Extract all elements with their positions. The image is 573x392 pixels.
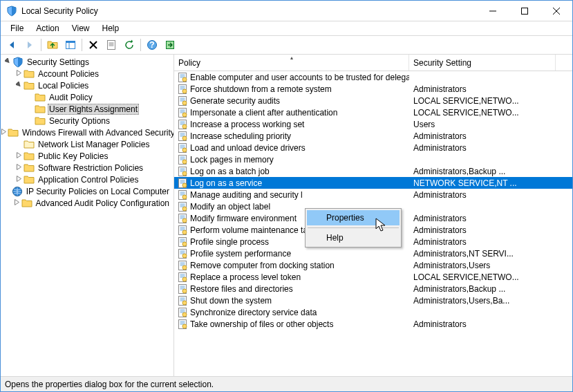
tree-item[interactable]: Software Restriction Policies [1, 162, 173, 174]
policy-row[interactable]: Log on as a serviceNETWORK SERVICE,NT ..… [174, 177, 572, 189]
policy-setting: LOCAL SERVICE,NETWO... [409, 108, 556, 118]
menu-view[interactable]: View [66, 22, 95, 35]
policy-icon [177, 236, 188, 248]
expand-icon[interactable] [15, 152, 23, 160]
delete-button[interactable] [85, 37, 102, 53]
tree-item[interactable]: Account Policies [1, 68, 173, 80]
tree-item[interactable]: Local Policies [1, 80, 173, 91]
statusbar: Opens the properties dialog box for the … [1, 376, 572, 391]
back-button[interactable] [3, 37, 20, 53]
policy-setting: Users [409, 120, 556, 129]
tree-item-label: Application Control Policies [37, 175, 140, 185]
tree-item[interactable]: Application Control Policies [1, 174, 173, 185]
toolbar-separator [82, 39, 82, 51]
tree-item[interactable]: Network List Manager Policies [1, 138, 173, 150]
expand-icon[interactable] [15, 70, 23, 77]
folder-icon [24, 162, 35, 174]
policy-row[interactable]: Replace a process level tokenLOCAL SERVI… [174, 271, 572, 283]
column-header-label: Security Setting [413, 58, 471, 68]
tree-item-label: Security Options [48, 116, 111, 126]
folder-icon [24, 174, 35, 185]
expand-icon[interactable] [13, 199, 21, 207]
help-button[interactable]: ? [144, 37, 160, 53]
folder-icon [35, 115, 46, 127]
menu-action[interactable]: Action [30, 22, 64, 35]
sort-indicator-icon: ▴ [290, 55, 293, 61]
forward-button[interactable] [21, 37, 38, 53]
tree-item[interactable]: Advanced Audit Policy Configuration [1, 197, 173, 209]
svg-rect-15 [108, 41, 115, 50]
policy-row[interactable]: Profile system performanceAdministrators… [174, 248, 572, 259]
up-button[interactable] [44, 37, 61, 53]
context-menu-item-properties[interactable]: Properties [307, 210, 400, 225]
expand-icon[interactable] [1, 129, 7, 136]
tree-item[interactable]: Security Options [1, 115, 173, 127]
maximize-button[interactable] [509, 1, 541, 21]
policy-row[interactable]: Synchronize directory service data [174, 306, 572, 318]
expand-icon[interactable] [15, 176, 23, 183]
policy-row[interactable]: Increase scheduling priorityAdministrato… [174, 130, 572, 142]
context-menu-item-help[interactable]: Help [307, 230, 400, 245]
policy-row[interactable]: Manage auditing and security lAdministra… [174, 189, 572, 200]
minimize-button[interactable] [477, 1, 509, 21]
collapse-icon[interactable] [3, 58, 12, 66]
policy-name: Increase scheduling priority [190, 131, 291, 141]
policy-setting: NETWORK SERVICE,NT ... [409, 178, 556, 188]
tree-item[interactable]: Audit Policy [1, 91, 173, 103]
policy-row[interactable]: Generate security auditsLOCAL SERVICE,NE… [174, 95, 572, 106]
column-header-label: Policy [178, 58, 200, 68]
policy-icon [177, 131, 188, 142]
column-header-policy[interactable]: ▴ Policy [174, 55, 409, 71]
tree-item-label: Account Policies [37, 69, 100, 79]
refresh-button[interactable] [121, 37, 138, 53]
close-button[interactable] [541, 1, 572, 21]
policy-row[interactable]: Shut down the systemAdministrators,Users… [174, 295, 572, 306]
menu-help[interactable]: Help [97, 22, 125, 35]
policy-row[interactable]: Take ownership of files or other objects… [174, 318, 572, 330]
titlebar: Local Security Policy [1, 1, 572, 21]
folder-icon [24, 80, 35, 91]
tree-pane[interactable]: Security SettingsAccount PoliciesLocal P… [1, 55, 174, 376]
export-button[interactable] [162, 37, 178, 53]
tree-item-label: Security Settings [26, 57, 91, 67]
policy-row[interactable]: Log on as a batch jobAdministrators,Back… [174, 165, 572, 177]
policy-row[interactable]: Increase a process working setUsers [174, 118, 572, 130]
policy-setting: Administrators,Users,Ba... [409, 296, 556, 306]
tree-item[interactable]: IP Security Policies on Local Computer [1, 185, 173, 197]
policy-name: Profile system performance [190, 249, 291, 259]
collapse-icon[interactable] [15, 82, 23, 89]
tree-item[interactable]: Security Settings [1, 56, 173, 68]
policy-icon [177, 307, 188, 318]
policy-row[interactable]: Restore files and directoriesAdministrat… [174, 283, 572, 295]
policy-icon [177, 189, 188, 200]
policy-name: Load and unload device drivers [190, 143, 306, 153]
policy-row[interactable]: Impersonate a client after authenticatio… [174, 106, 572, 118]
policy-icon [177, 119, 188, 130]
tree-item[interactable]: Windows Firewall with Advanced Security [1, 127, 173, 138]
policy-name: Replace a process level token [190, 272, 301, 282]
policy-icon [177, 142, 188, 153]
policy-setting: Administrators [409, 131, 556, 141]
policy-name: Enable computer and user accounts to be … [190, 73, 409, 82]
policy-icon [177, 319, 188, 330]
tree-item[interactable]: User Rights Assignment [1, 103, 173, 115]
show-hide-tree-button[interactable] [62, 37, 79, 53]
tree-item[interactable]: Public Key Policies [1, 150, 173, 162]
expand-icon[interactable] [15, 164, 23, 171]
list-header: ▴ Policy Security Setting [174, 55, 572, 71]
policy-row[interactable]: Remove computer from docking stationAdmi… [174, 259, 572, 271]
tree-item-label: Network List Manager Policies [37, 140, 151, 149]
policy-row[interactable]: Enable computer and user accounts to be … [174, 71, 572, 83]
tree-item-label: Advanced Audit Policy Configuration [35, 198, 171, 208]
policy-name: Log on as a batch job [190, 167, 270, 176]
policy-row[interactable]: Lock pages in memory [174, 153, 572, 165]
column-header-setting[interactable]: Security Setting [409, 55, 556, 71]
svg-rect-11 [66, 41, 75, 44]
policy-row[interactable]: Load and unload device driversAdministra… [174, 142, 572, 153]
policy-setting: Administrators [409, 225, 556, 235]
tree-item-label: IP Security Policies on Local Computer [25, 187, 171, 196]
policy-name: Manage auditing and security l [190, 190, 303, 200]
properties-button[interactable] [103, 37, 120, 53]
policy-row[interactable]: Force shutdown from a remote systemAdmin… [174, 83, 572, 95]
menu-file[interactable]: File [5, 22, 29, 35]
